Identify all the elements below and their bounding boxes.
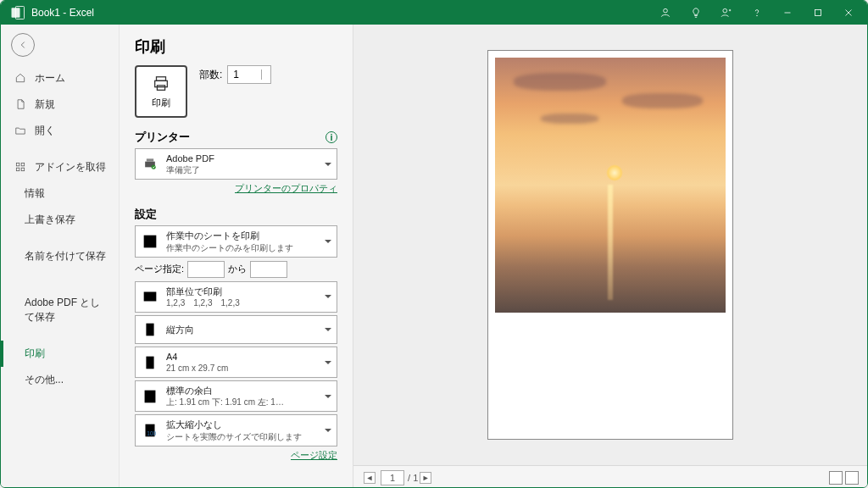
sidebar-item-addins[interactable]: アドインを取得 bbox=[1, 154, 119, 180]
zoom-to-page-button[interactable] bbox=[845, 471, 859, 485]
home-icon bbox=[14, 72, 28, 86]
portrait-icon bbox=[141, 320, 159, 339]
margins-select[interactable]: 標準の余白上: 1.91 cm 下: 1.91 cm 左: 1… bbox=[135, 380, 337, 412]
addins-icon bbox=[14, 161, 28, 175]
svg-point-2 bbox=[664, 8, 668, 13]
printer-device-icon bbox=[141, 155, 159, 174]
print-preview: ◄ 1 / 1 ► bbox=[353, 25, 867, 488]
paper-size-select[interactable]: A421 cm x 29.7 cm bbox=[135, 347, 337, 378]
account-icon[interactable] bbox=[650, 1, 681, 25]
preview-canvas bbox=[353, 25, 867, 465]
margins-icon bbox=[141, 387, 159, 406]
sidebar-item-label: ホーム bbox=[35, 71, 65, 86]
svg-point-3 bbox=[723, 8, 727, 13]
sidebar-item-label: 新規 bbox=[35, 97, 55, 112]
print-settings: 印刷 印刷 部数: 1 プリンター i Ad bbox=[120, 25, 353, 488]
sidebar-item-new[interactable]: 新規 bbox=[1, 92, 119, 118]
svg-rect-11 bbox=[16, 168, 19, 171]
back-button[interactable] bbox=[11, 33, 35, 57]
sheet-icon bbox=[141, 232, 159, 251]
sidebar-item-home[interactable]: ホーム bbox=[1, 65, 119, 92]
sidebar-item-label: 上書き保存 bbox=[25, 213, 75, 227]
svg-rect-15 bbox=[157, 85, 164, 90]
collate-icon bbox=[141, 287, 159, 306]
titlebar: Book1 - Excel bbox=[1, 1, 867, 25]
sidebar-item-label: その他... bbox=[25, 373, 64, 387]
prev-page-button[interactable]: ◄ bbox=[364, 472, 376, 484]
collate-select[interactable]: 部単位で印刷1,2,3 1,2,3 1,2,3 bbox=[135, 281, 337, 313]
app-icon bbox=[9, 4, 26, 21]
preview-image bbox=[495, 58, 726, 313]
sidebar-item-adobe-pdf[interactable]: Adobe PDF として保存 bbox=[1, 290, 119, 330]
svg-rect-29 bbox=[147, 392, 153, 400]
page-to-input[interactable] bbox=[250, 261, 287, 278]
paper-icon bbox=[141, 353, 159, 372]
backstage-sidebar: ホーム 新規 開く アドインを取得 情報 上書き保存 名前を付けて保存 Adob… bbox=[1, 25, 120, 488]
svg-text:100: 100 bbox=[147, 430, 156, 436]
printer-header: プリンター bbox=[135, 130, 190, 145]
svg-rect-6 bbox=[815, 10, 821, 16]
print-button[interactable]: 印刷 bbox=[135, 65, 187, 118]
scale-icon: 100 bbox=[141, 421, 159, 440]
page-from-input[interactable] bbox=[187, 261, 225, 278]
total-pages: 1 bbox=[413, 473, 418, 483]
sidebar-item-open[interactable]: 開く bbox=[1, 118, 119, 144]
svg-rect-26 bbox=[146, 324, 153, 336]
new-icon bbox=[14, 98, 28, 112]
info-icon[interactable]: i bbox=[326, 131, 337, 143]
svg-rect-9 bbox=[16, 163, 19, 166]
sidebar-item-label: 名前を付けて保存 bbox=[25, 249, 106, 263]
svg-rect-13 bbox=[157, 76, 166, 80]
scaling-select[interactable]: 100 拡大縮小なしシートを実際のサイズで印刷します bbox=[135, 414, 337, 446]
svg-point-4 bbox=[757, 15, 758, 16]
page-title: 印刷 bbox=[135, 36, 337, 57]
sidebar-item-label: Adobe PDF として保存 bbox=[25, 296, 110, 324]
svg-rect-27 bbox=[146, 356, 153, 369]
print-button-label: 印刷 bbox=[152, 97, 170, 109]
settings-header: 設定 bbox=[135, 207, 157, 222]
page-setup-link[interactable]: ページ設定 bbox=[135, 449, 337, 462]
printer-select[interactable]: Adobe PDF 準備完了 bbox=[135, 148, 337, 180]
svg-rect-19 bbox=[144, 236, 157, 248]
svg-rect-10 bbox=[21, 163, 25, 166]
coming-soon-icon[interactable] bbox=[711, 1, 742, 25]
sidebar-item-saveas[interactable]: 名前を付けて保存 bbox=[1, 243, 119, 269]
sidebar-item-other[interactable]: その他... bbox=[1, 367, 119, 393]
close-button[interactable] bbox=[833, 1, 864, 25]
svg-rect-12 bbox=[21, 168, 25, 171]
page-range: ページ指定: から bbox=[135, 261, 337, 278]
open-icon bbox=[14, 125, 28, 138]
printer-icon bbox=[150, 75, 172, 93]
minimize-button[interactable] bbox=[772, 1, 803, 25]
maximize-button[interactable] bbox=[803, 1, 833, 25]
copies-input[interactable]: 1 bbox=[227, 65, 271, 84]
sidebar-item-label: アドインを取得 bbox=[35, 160, 106, 175]
print-scope-select[interactable]: 作業中のシートを印刷作業中のシートのみを印刷します bbox=[135, 225, 337, 257]
svg-rect-25 bbox=[150, 292, 156, 302]
sidebar-item-label: 印刷 bbox=[25, 347, 45, 361]
sidebar-item-print[interactable]: 印刷 bbox=[1, 341, 119, 367]
orientation-select[interactable]: 縦方向 bbox=[135, 315, 337, 344]
printer-properties-link[interactable]: プリンターのプロパティ bbox=[135, 182, 337, 195]
next-page-button[interactable]: ► bbox=[420, 472, 431, 484]
copies-label: 部数: bbox=[199, 68, 222, 82]
sidebar-item-label: 情報 bbox=[25, 186, 45, 201]
lightbulb-icon[interactable] bbox=[681, 1, 711, 25]
svg-rect-24 bbox=[144, 292, 150, 302]
help-icon[interactable] bbox=[742, 1, 772, 25]
current-page-input[interactable]: 1 bbox=[381, 470, 404, 485]
preview-footer: ◄ 1 / 1 ► bbox=[353, 465, 867, 488]
sidebar-item-save[interactable]: 上書き保存 bbox=[1, 207, 119, 233]
window-title: Book1 - Excel bbox=[31, 7, 94, 19]
sidebar-item-label: 開く bbox=[35, 124, 55, 138]
svg-rect-17 bbox=[147, 158, 153, 161]
preview-page bbox=[487, 50, 733, 440]
sidebar-item-info[interactable]: 情報 bbox=[1, 180, 119, 207]
show-margins-button[interactable] bbox=[829, 471, 843, 485]
